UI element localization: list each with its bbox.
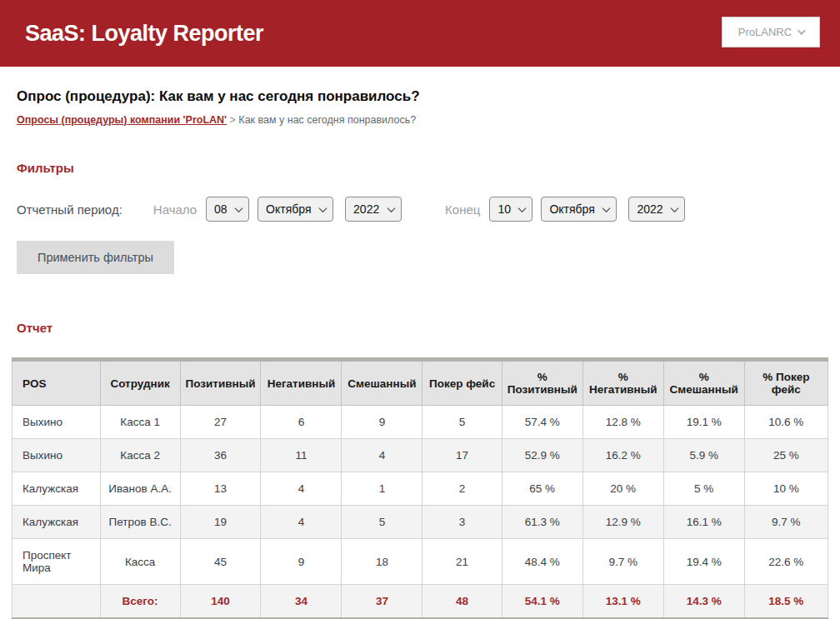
- table-cell: 61.3 %: [502, 506, 582, 539]
- table-cell: 12.8 %: [582, 406, 663, 439]
- totals-cell: 18.5 %: [744, 585, 828, 619]
- breadcrumb: Опросы (процедуры) компании 'ProLAN' > К…: [17, 114, 823, 126]
- table-row: КалужскаяПетров В.С.1945361.3 %12.9 %16.…: [12, 506, 828, 539]
- table-cell: 19.4 %: [663, 539, 744, 585]
- totals-cell: 13.1 %: [582, 585, 663, 619]
- table-cell: 4: [342, 439, 422, 472]
- table-cell: 5: [342, 506, 422, 539]
- table-cell: Касса 1: [100, 406, 180, 439]
- totals-cell: Всего:: [100, 585, 180, 619]
- table-cell: 4: [261, 506, 342, 539]
- table-cell: Выхино: [12, 406, 101, 439]
- table-cell: 18: [342, 539, 422, 585]
- table-cell: 20 %: [582, 472, 663, 506]
- apply-filters-button[interactable]: Применить фильтры: [17, 241, 174, 274]
- table-cell: 22.6 %: [744, 539, 828, 585]
- table-cell: 9: [342, 406, 422, 439]
- table-cell: 16.2 %: [582, 439, 663, 472]
- table-cell: 17: [422, 439, 502, 472]
- totals-cell: 34: [261, 585, 342, 619]
- report-heading: Отчет: [17, 321, 823, 335]
- period-label: Отчетный период:: [17, 202, 122, 217]
- end-day-select[interactable]: 10: [489, 197, 532, 222]
- table-cell: 10.6 %: [744, 406, 828, 439]
- table-cell: 36: [180, 439, 261, 472]
- table-cell: 19: [180, 506, 261, 539]
- table-cell: 52.9 %: [502, 439, 582, 472]
- table-cell: 65 %: [502, 472, 582, 506]
- table-cell: 9: [261, 539, 342, 585]
- table-cell: Проспект Мира: [12, 539, 101, 585]
- column-header: Покер фейс: [422, 360, 502, 406]
- column-header: POS: [12, 360, 101, 406]
- table-cell: Петров В.С.: [100, 506, 180, 539]
- column-header: Сотрудник: [100, 360, 180, 406]
- column-header: Негативный: [261, 360, 342, 406]
- table-cell: 48.4 %: [502, 539, 582, 585]
- table-cell: Калужская: [12, 506, 101, 539]
- report-period-filter: Отчетный период: Начало 08 Октября 2022 …: [17, 197, 823, 222]
- table-cell: Касса: [100, 539, 180, 585]
- breadcrumb-current: Как вам у нас сегодня понравилось?: [238, 114, 416, 126]
- end-label: Конец: [445, 202, 480, 217]
- totals-cell: 14.3 %: [663, 585, 744, 619]
- app-title: SaaS: Loyalty Reporter: [25, 21, 263, 47]
- table-cell: Калужская: [12, 472, 101, 506]
- filters-heading: Фильтры: [17, 161, 823, 175]
- chevron-down-icon: [798, 27, 806, 35]
- table-cell: 9.7 %: [582, 539, 663, 585]
- breadcrumb-separator: >: [227, 114, 238, 126]
- totals-cell: 54.1 %: [502, 585, 582, 619]
- table-cell: Иванов А.А.: [100, 472, 180, 506]
- end-year-select[interactable]: 2022: [628, 197, 685, 222]
- totals-cell: 48: [422, 585, 502, 619]
- column-header: % Позитивный: [502, 360, 582, 406]
- table-cell: 6: [261, 406, 342, 439]
- app-header: SaaS: Loyalty Reporter ProLANRC: [0, 0, 840, 67]
- end-month-select[interactable]: Октября: [541, 197, 617, 222]
- breadcrumb-link[interactable]: Опросы (процедуры) компании 'ProLAN': [17, 114, 227, 126]
- table-cell: 13: [180, 472, 261, 506]
- totals-cell: [12, 585, 101, 619]
- start-label: Начало: [153, 202, 197, 217]
- table-cell: Касса 2: [100, 439, 180, 472]
- account-selector-label: ProLANRC: [738, 26, 792, 38]
- table-row: ВыхиноКасса 2361141752.9 %16.2 %5.9 %25 …: [12, 439, 828, 472]
- column-header: Позитивный: [180, 360, 261, 406]
- start-month-select[interactable]: Октября: [258, 197, 333, 222]
- table-cell: 3: [422, 506, 502, 539]
- totals-cell: 140: [180, 585, 261, 619]
- table-cell: 21: [422, 539, 502, 585]
- table-cell: 5: [422, 406, 502, 439]
- table-cell: 19.1 %: [663, 406, 744, 439]
- table-cell: Выхино: [12, 439, 101, 472]
- header-row: POSСотрудникПозитивныйНегативныйСмешанны…: [12, 360, 828, 406]
- table-cell: 12.9 %: [582, 506, 663, 539]
- start-year-select[interactable]: 2022: [345, 197, 402, 222]
- table-cell: 5.9 %: [663, 439, 744, 472]
- report-table: POSСотрудникПозитивныйНегативныйСмешанны…: [12, 357, 828, 619]
- table-cell: 2: [422, 472, 502, 506]
- table-cell: 4: [261, 472, 342, 506]
- page-title: Опрос (процедура): Как вам у нас сегодня…: [17, 88, 823, 105]
- column-header: % Смешанный: [663, 360, 744, 406]
- table-cell: 45: [180, 539, 261, 585]
- table-row: Проспект МираКасса459182148.4 %9.7 %19.4…: [12, 539, 828, 585]
- column-header: % Покер фейс: [744, 360, 828, 406]
- start-day-select[interactable]: 08: [206, 197, 249, 222]
- main-content: Опрос (процедура): Как вам у нас сегодня…: [0, 88, 840, 619]
- table-cell: 16.1 %: [663, 506, 744, 539]
- account-selector[interactable]: ProLANRC: [722, 17, 820, 47]
- table-cell: 10 %: [744, 472, 828, 506]
- column-header: % Негативный: [582, 360, 663, 406]
- table-cell: 9.7 %: [744, 506, 828, 539]
- table-cell: 1: [342, 472, 422, 506]
- column-header: Смешанный: [342, 360, 422, 406]
- table-cell: 11: [261, 439, 342, 472]
- table-cell: 25 %: [744, 439, 828, 472]
- table-cell: 5 %: [663, 472, 744, 506]
- table-cell: 27: [180, 406, 261, 439]
- totals-cell: 37: [342, 585, 422, 619]
- table-cell: 57.4 %: [502, 406, 582, 439]
- table-row: КалужскаяИванов А.А.1341265 %20 %5 %10 %: [12, 472, 828, 506]
